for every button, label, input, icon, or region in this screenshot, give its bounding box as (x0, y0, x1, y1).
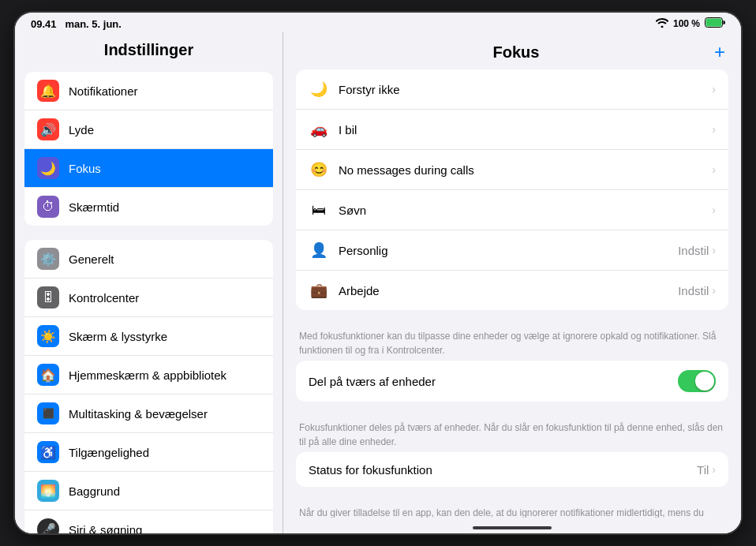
baggrund-icon: 🌅 (37, 480, 59, 502)
arbejde-label: Arbejde (339, 284, 678, 297)
siri-label: Siri & søgning (69, 523, 260, 534)
share-devices-card: Del på tværs af enheder (296, 361, 728, 402)
sidebar-item-skaerm[interactable]: ☀️ Skærm & lysstyrke (24, 317, 273, 356)
tilgaengelighed-icon: ♿ (37, 441, 59, 463)
status-row[interactable]: Status for fokusfunktion Til › (296, 452, 728, 487)
no-messages-chevron: › (712, 163, 716, 176)
home-bar (283, 518, 741, 533)
i-bil-chevron: › (712, 123, 716, 136)
wifi-icon (656, 18, 668, 30)
sidebar-item-skaermtid[interactable]: ⏱ Skærmtid (24, 188, 273, 226)
arbejde-right: Indstil › (678, 284, 716, 297)
i-bil-label: I bil (339, 123, 712, 136)
focus-info-text: Med fokusfunktioner kan du tilpasse dine… (296, 324, 728, 357)
sidebar-item-generelt[interactable]: ⚙️ Generelt (24, 240, 273, 279)
sovn-label: Søvn (339, 204, 712, 217)
status-time: 09.41 (31, 18, 57, 30)
skaerm-label: Skærm & lysstyrke (69, 330, 260, 343)
generelt-icon: ⚙️ (37, 248, 59, 270)
status-date: man. 5. jun. (65, 18, 122, 30)
fokus-icon: 🌙 (37, 157, 59, 179)
sidebar-item-kontrolcenter[interactable]: 🎛 Kontrolcenter (24, 279, 273, 317)
sidebar-item-multitasking[interactable]: ⬛ Multitasking & bevægelser (24, 395, 273, 433)
personlig-label: Personlig (339, 244, 678, 257)
sidebar-group-1: 🔔 Notifikationer 🔊 Lyde 🌙 Fokus ⏱ Skærmt… (24, 72, 273, 226)
add-focus-button[interactable]: + (702, 41, 725, 63)
sidebar-title: Indstillinger (15, 32, 283, 65)
detail-body: 🌙 Forstyr ikke › 🚗 I bil › 😊 No messages… (283, 69, 741, 518)
personlig-status: Indstil (678, 244, 709, 257)
i-bil-icon: 🚗 (309, 119, 329, 140)
sidebar-item-baggrund[interactable]: 🌅 Baggrund (24, 472, 273, 510)
share-label: Del på tværs af enheder (309, 375, 678, 388)
sidebar-item-siri[interactable]: 🎤 Siri & søgning (24, 510, 273, 533)
no-messages-row[interactable]: 😊 No messages during calls › (296, 150, 728, 190)
status-value: Til (697, 463, 709, 477)
status-label: Status for fokusfunktion (309, 463, 697, 477)
lyde-label: Lyde (69, 123, 260, 136)
kontrolcenter-icon: 🎛 (37, 286, 59, 309)
personlig-row[interactable]: 👤 Personlig Indstil › (296, 230, 728, 271)
share-info-text: Fokusfunktioner deles på tværs af enhede… (296, 416, 728, 449)
sidebar-item-lyde[interactable]: 🔊 Lyde (24, 110, 273, 149)
sovn-icon: 🛏 (309, 200, 329, 220)
no-messages-label: No messages during calls (339, 163, 712, 177)
skaerm-icon: ☀️ (37, 325, 59, 347)
multitasking-label: Multitasking & bevægelser (69, 407, 260, 421)
skaermtid-icon: ⏱ (37, 196, 59, 218)
home-indicator (473, 526, 552, 529)
status-card: Status for fokusfunktion Til › (296, 452, 728, 487)
sidebar: Indstillinger 🔔 Notifikationer 🔊 Lyde 🌙 … (15, 32, 283, 533)
sidebar-list: 🔔 Notifikationer 🔊 Lyde 🌙 Fokus ⏱ Skærmt… (15, 65, 283, 533)
baggrund-label: Baggrund (69, 484, 260, 498)
personlig-right: Indstil › (678, 244, 716, 257)
arbejde-icon: 💼 (309, 280, 329, 301)
lyde-icon: 🔊 (37, 118, 59, 140)
status-bar: 09.41 man. 5. jun. 100 % (15, 13, 741, 32)
status-right: 100 % (656, 17, 725, 30)
notifikationer-icon: 🔔 (37, 80, 59, 102)
sovn-row[interactable]: 🛏 Søvn › (296, 190, 728, 230)
personlig-icon: 👤 (309, 240, 329, 260)
no-messages-icon: 😊 (309, 159, 329, 180)
sidebar-item-fokus[interactable]: 🌙 Fokus (24, 149, 273, 188)
sovn-chevron: › (712, 204, 716, 216)
forstyr-ikke-label: Forstyr ikke (339, 83, 712, 96)
hjemmeskaerm-icon: 🏠 (37, 364, 59, 386)
generelt-label: Generelt (69, 252, 260, 266)
detail-panel: Fokus + 🌙 Forstyr ikke › 🚗 I bil › (283, 32, 741, 533)
sidebar-group-2: ⚙️ Generelt 🎛 Kontrolcenter ☀️ Skærm & l… (24, 240, 273, 533)
hjemmeskaerm-label: Hjemmeskærm & appbibliotek (69, 368, 260, 382)
forstyr-ikke-icon: 🌙 (309, 79, 329, 99)
toggle-thumb (695, 372, 714, 391)
status-right: Til › (697, 463, 716, 477)
multitasking-icon: ⬛ (37, 402, 59, 424)
arbejde-row[interactable]: 💼 Arbejde Indstil › (296, 271, 728, 310)
sidebar-item-tilgaengelighed[interactable]: ♿ Tilgængelighed (24, 433, 273, 472)
ipad-frame: 09.41 man. 5. jun. 100 % (15, 13, 741, 533)
share-toggle[interactable] (678, 370, 716, 392)
sidebar-item-hjemmeskaerm[interactable]: 🏠 Hjemmeskærm & appbibliotek (24, 356, 273, 395)
forstyr-ikke-chevron: › (712, 83, 716, 95)
notifikationer-label: Notifikationer (69, 84, 260, 98)
battery-text: 100 % (673, 18, 700, 29)
personlig-chevron: › (712, 244, 716, 256)
detail-title: Fokus (331, 43, 702, 62)
skaermtid-label: Skærmtid (69, 200, 260, 214)
svg-rect-1 (706, 19, 722, 27)
status-chevron: › (712, 463, 716, 476)
fokus-label: Fokus (69, 162, 260, 175)
forstyr-ikke-row[interactable]: 🌙 Forstyr ikke › (296, 69, 728, 110)
tilgaengelighed-label: Tilgængelighed (69, 446, 260, 459)
battery-icon (705, 17, 725, 30)
siri-icon: 🎤 (37, 518, 59, 533)
share-toggle-row: Del på tværs af enheder (296, 361, 728, 402)
focus-modes-card: 🌙 Forstyr ikke › 🚗 I bil › 😊 No messages… (296, 69, 728, 310)
main-content: Indstillinger 🔔 Notifikationer 🔊 Lyde 🌙 … (15, 32, 741, 533)
detail-header: Fokus + (283, 32, 741, 69)
kontrolcenter-label: Kontrolcenter (69, 291, 260, 305)
arbejde-status: Indstil (678, 284, 709, 297)
status-info-text: Når du giver tilladelse til en app, kan … (296, 501, 728, 518)
i-bil-row[interactable]: 🚗 I bil › (296, 110, 728, 150)
sidebar-item-notifikationer[interactable]: 🔔 Notifikationer (24, 72, 273, 110)
